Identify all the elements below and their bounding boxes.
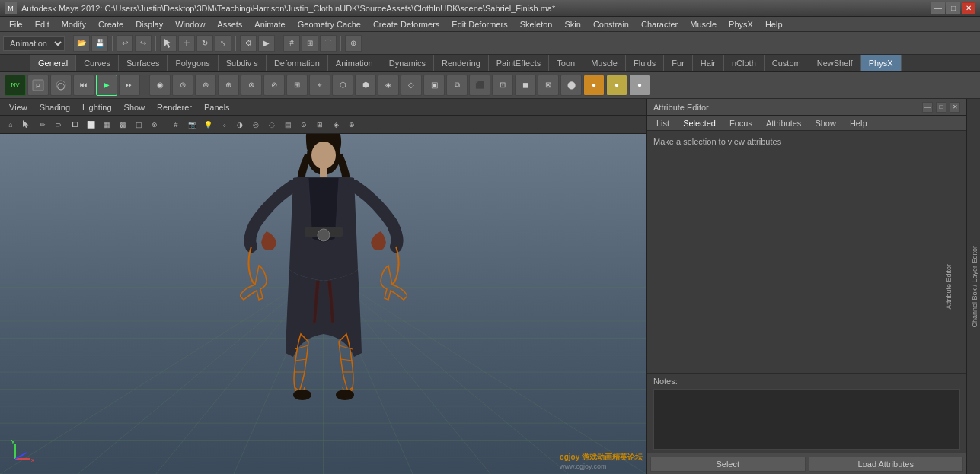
menu-constrain[interactable]: Constrain	[587, 17, 635, 31]
attr-menu-help[interactable]: Help	[844, 117, 873, 129]
shelf-icon-15[interactable]: ⬢	[355, 75, 376, 96]
shelf-icon-10[interactable]: ⊗	[241, 75, 262, 96]
shelf-icon-27[interactable]: ●	[629, 75, 650, 96]
viewport-menu-shading[interactable]: Shading	[34, 101, 76, 113]
vp-btn-resolution[interactable]: ⊞	[312, 117, 327, 132]
shelf-tab-fluids[interactable]: Fluids	[626, 55, 664, 71]
menu-edit[interactable]: Edit	[29, 17, 56, 31]
shelf-icon-5[interactable]: ⏭	[119, 75, 140, 96]
vp-btn-camera[interactable]: 📷	[184, 117, 200, 132]
attr-menu-selected[interactable]: Selected	[677, 117, 722, 129]
vp-btn-shaded-wire[interactable]: ▩	[115, 117, 130, 132]
shelf-icon-16[interactable]: ◈	[378, 75, 399, 96]
vp-btn-scene-extras[interactable]: ⊕	[344, 117, 359, 132]
attr-menu-list[interactable]: List	[650, 117, 675, 129]
shelf-icon-24[interactable]: ⬤	[560, 75, 582, 96]
shelf-tab-ncloth[interactable]: nCloth	[724, 55, 765, 71]
shelf-tab-rendering[interactable]: Rendering	[434, 55, 489, 71]
menu-character[interactable]: Character	[635, 17, 684, 31]
redo-button[interactable]: ↪	[135, 35, 152, 52]
menu-geometry-cache[interactable]: Geometry Cache	[292, 17, 367, 31]
shelf-icon-13[interactable]: ⌖	[309, 75, 330, 96]
shelf-icon-nvidia[interactable]: NV	[5, 75, 26, 96]
menu-window[interactable]: Window	[169, 17, 211, 31]
load-attributes-button[interactable]: Load Attributes	[809, 457, 964, 472]
vp-btn-lasso[interactable]: ⊃	[51, 117, 66, 132]
undo-button[interactable]: ↩	[117, 35, 133, 52]
scale-tool[interactable]: ⤡	[215, 35, 231, 52]
vp-btn-select[interactable]	[19, 117, 34, 132]
vp-btn-texture[interactable]: ▦	[99, 117, 114, 132]
shelf-icon-19[interactable]: ⧉	[446, 75, 468, 96]
vp-btn-wireframe[interactable]: ⧠	[67, 117, 82, 132]
shelf-icon-26[interactable]: ●	[606, 75, 627, 96]
menu-modify[interactable]: Modify	[56, 17, 92, 31]
attr-maximize-btn[interactable]: □	[936, 102, 946, 113]
vp-btn-isolate[interactable]: ⊙	[296, 117, 311, 132]
history-toggle[interactable]: ⊕	[345, 35, 362, 52]
shelf-tab-custom[interactable]: Custom	[765, 55, 809, 71]
menu-muscle[interactable]: Muscle	[684, 17, 723, 31]
attr-minimize-btn[interactable]: —	[922, 102, 933, 113]
menu-skin[interactable]: Skin	[558, 17, 586, 31]
shelf-tab-curves[interactable]: Curves	[76, 55, 119, 71]
menu-physx[interactable]: PhysX	[723, 17, 759, 31]
save-button[interactable]: 💾	[91, 35, 108, 52]
open-file-button[interactable]: 📂	[73, 35, 90, 52]
viewport-menu-panels[interactable]: Panels	[198, 101, 236, 113]
minimize-button[interactable]: —	[931, 2, 945, 14]
viewport-menu-renderer[interactable]: Renderer	[151, 101, 198, 113]
viewport-menu-lighting[interactable]: Lighting	[76, 101, 118, 113]
menu-help[interactable]: Help	[759, 17, 789, 31]
select-tool[interactable]	[160, 35, 177, 52]
vp-btn-paint[interactable]: ✏	[35, 117, 50, 132]
shelf-icon-9[interactable]: ⊕	[218, 75, 239, 96]
maximize-button[interactable]: □	[946, 2, 960, 14]
menu-skeleton[interactable]: Skeleton	[514, 17, 559, 31]
select-button[interactable]: Select	[650, 457, 806, 472]
shelf-icon-6[interactable]: ◉	[149, 75, 171, 96]
viewport-canvas[interactable]: x y cgjoy 游戏动画精英论坛 www.cgjoy.com	[0, 134, 646, 474]
shelf-icon-22[interactable]: ◼	[515, 75, 536, 96]
shelf-tab-toon[interactable]: Toon	[549, 55, 583, 71]
shelf-icon-7[interactable]: ⊙	[172, 75, 193, 96]
vp-btn-home[interactable]: ⌂	[3, 117, 18, 132]
attr-menu-attributes[interactable]: Attributes	[760, 117, 807, 129]
shelf-tab-muscle[interactable]: Muscle	[583, 55, 626, 71]
viewport-menu-show[interactable]: Show	[118, 101, 152, 113]
shelf-icon-21[interactable]: ⊡	[492, 75, 513, 96]
shelf-icon-8[interactable]: ⊛	[195, 75, 216, 96]
shelf-tab-surfaces[interactable]: Surfaces	[119, 55, 168, 71]
shelf-tab-newshelf[interactable]: NewShelf	[809, 55, 861, 71]
notes-text-area[interactable]	[653, 389, 960, 450]
vp-btn-dof[interactable]: ◎	[248, 117, 263, 132]
shelf-icon-14[interactable]: ⬡	[332, 75, 353, 96]
shelf-tab-hair[interactable]: Hair	[693, 55, 724, 71]
vp-btn-xray[interactable]: ◫	[131, 117, 146, 132]
shelf-tab-physx[interactable]: PhysX	[861, 55, 902, 71]
shelf-icon-4[interactable]: ▶	[96, 75, 117, 96]
vp-btn-smooth[interactable]: ⬜	[83, 117, 98, 132]
shelf-tab-deformation[interactable]: Deformation	[267, 55, 328, 71]
move-tool[interactable]: ✛	[178, 35, 195, 52]
menu-create[interactable]: Create	[92, 17, 129, 31]
shelf-icon-25[interactable]: ●	[583, 75, 605, 96]
attr-menu-show[interactable]: Show	[809, 117, 842, 129]
shelf-tab-general[interactable]: General	[30, 55, 76, 71]
shelf-icon-17[interactable]: ◇	[401, 75, 422, 96]
snap-curve[interactable]: ⌒	[320, 35, 337, 52]
shelf-tab-painteffects[interactable]: PaintEffects	[489, 55, 550, 71]
render-button[interactable]: ▶	[258, 35, 275, 52]
shelf-icon-1[interactable]: P	[27, 75, 49, 96]
vp-btn-render-view[interactable]: ◈	[328, 117, 343, 132]
vp-btn-hud[interactable]: ▤	[280, 117, 295, 132]
shelf-icon-20[interactable]: ⬛	[469, 75, 490, 96]
vp-btn-shadows[interactable]: ⬦	[216, 117, 231, 132]
attr-close-btn[interactable]: ✕	[950, 102, 960, 113]
animation-mode-select[interactable]: Animation Modeling Rigging Rendering	[3, 36, 65, 51]
shelf-tab-polygons[interactable]: Polygons	[168, 55, 218, 71]
shelf-tab-fur[interactable]: Fur	[664, 55, 693, 71]
shelf-icon-23[interactable]: ⊠	[538, 75, 559, 96]
shelf-tab-subdivs[interactable]: Subdiv s	[219, 55, 267, 71]
render-settings[interactable]: ⚙	[240, 35, 257, 52]
